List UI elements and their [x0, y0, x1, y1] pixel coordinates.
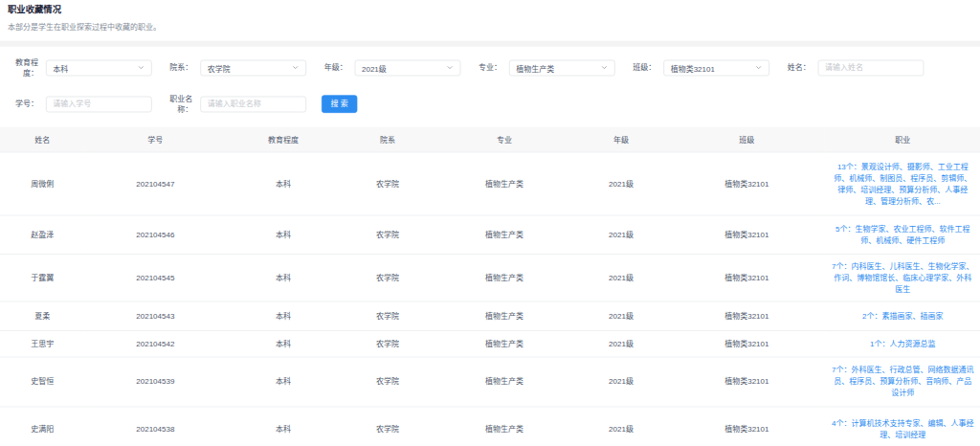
cell-name: 于霆翼: [0, 254, 85, 301]
cell-grade: 2021级: [574, 407, 668, 446]
column-header-5: 年级: [574, 127, 668, 152]
cell-department: 农学院: [341, 330, 434, 356]
cell-careers: 4个：计算机技术支持专家、编辑、人事经理、培训经理: [826, 407, 980, 446]
filter-label-student-id: 学号：: [11, 99, 46, 109]
class-select[interactable]: 植物类32101: [663, 59, 769, 76]
major-select[interactable]: 植物生产类: [509, 59, 615, 76]
cell-department: 农学院: [341, 357, 434, 407]
department-select-value: 农学院: [208, 62, 231, 73]
cell-education: 本科: [226, 357, 341, 407]
major-select-value: 植物生产类: [516, 62, 554, 73]
cell-name: 夏柔: [0, 301, 85, 331]
table-header: 姓名学号教育程度院系专业年级班级职业: [0, 127, 980, 152]
cell-careers: 2个：素描画家、插画家: [826, 301, 980, 331]
cell-major: 植物生产类: [434, 254, 574, 301]
search-button[interactable]: 搜 索: [322, 95, 357, 113]
chevron-down-icon: [755, 64, 762, 71]
cell-grade: 2021级: [574, 152, 668, 215]
cell-grade: 2021级: [574, 330, 668, 356]
cell-education: 本科: [226, 330, 341, 356]
cell-major: 植物生产类: [434, 330, 574, 356]
filter-item-class: 班级：植物类32101: [629, 59, 769, 76]
student-id-input[interactable]: [53, 97, 145, 111]
cell-student_id: 202104546: [85, 215, 226, 255]
careers-link[interactable]: 1个：人力资源总监: [870, 339, 935, 347]
cell-major: 植物生产类: [434, 301, 574, 331]
filter-label-career-name: 职业名称：: [166, 94, 200, 114]
section-divider: [0, 41, 980, 47]
cell-careers: 5个：生物学家、农业工程师、软件工程师、机械师、硬件工程师: [826, 215, 980, 255]
filter-item-department: 院系：农学院: [166, 59, 306, 76]
cell-name: 周微俐: [0, 152, 85, 215]
class-select-value: 植物类32101: [671, 62, 715, 73]
cell-department: 农学院: [341, 254, 434, 301]
page-title: 职业收藏情况: [8, 3, 969, 15]
cell-department: 农学院: [341, 152, 434, 215]
cell-name: 史满阳: [0, 407, 85, 446]
filter-item-name: 姓名：: [784, 59, 924, 76]
careers-link[interactable]: 7个：外科医生、行政总管、网络数据通讯员、程序员、预算分析师、音响师、产品设计师: [832, 366, 973, 397]
table-row: 于霆翼202104545本科农学院植物生产类2021级植物类321017个：内科…: [0, 254, 980, 301]
cell-education: 本科: [226, 254, 341, 301]
cell-careers: 1个：人力资源总监: [826, 330, 980, 356]
column-header-3: 院系: [341, 127, 434, 152]
cell-class: 植物类32101: [668, 330, 826, 356]
career-name-input[interactable]: [208, 97, 300, 111]
cell-department: 农学院: [341, 301, 434, 331]
cell-name: 王思宇: [0, 330, 85, 356]
cell-grade: 2021级: [574, 357, 668, 407]
cell-class: 植物类32101: [668, 152, 826, 215]
page: 职业收藏情况 本部分是学生在职业探索过程中收藏的职业。 教育程度：本科院系：农学…: [0, 0, 980, 446]
filter-item-student-id: 学号：: [11, 96, 152, 112]
cell-department: 农学院: [341, 215, 434, 255]
careers-link[interactable]: 2个：素描画家、插画家: [862, 311, 943, 320]
cell-education: 本科: [226, 152, 341, 215]
careers-link[interactable]: 4个：计算机技术支持专家、编辑、人事经理、培训经理: [832, 418, 973, 438]
table-row: 周微俐202104547本科农学院植物生产类2021级植物类3210113个：景…: [0, 152, 980, 215]
cell-name: 史智恒: [0, 357, 85, 407]
cell-class: 植物类32101: [668, 357, 826, 407]
cell-student_id: 202104545: [85, 254, 226, 301]
column-header-7: 职业: [826, 127, 980, 152]
cell-student_id: 202104538: [85, 407, 226, 446]
grade-select[interactable]: 2021级: [355, 59, 461, 76]
page-header: 职业收藏情况 本部分是学生在职业探索过程中收藏的职业。: [0, 0, 980, 33]
filter-label-name: 姓名：: [784, 62, 818, 73]
filter-item-education: 教育程度：本科: [11, 57, 152, 78]
cell-class: 植物类32101: [668, 301, 826, 331]
table-row: 王思宇202104542本科农学院植物生产类2021级植物类321011个：人力…: [0, 330, 980, 356]
student-id-input-box: [46, 96, 152, 112]
cell-education: 本科: [226, 301, 341, 331]
cell-student_id: 202104547: [85, 152, 226, 215]
chevron-down-icon: [138, 64, 145, 71]
department-select[interactable]: 农学院: [200, 59, 306, 76]
cell-careers: 7个：外科医生、行政总管、网络数据通讯员、程序员、预算分析师、音响师、产品设计师: [826, 357, 980, 407]
cell-student_id: 202104543: [85, 301, 226, 331]
table-row: 史满阳202104538本科农学院植物生产类2021级植物类321014个：计算…: [0, 407, 980, 446]
filter-label-department: 院系：: [166, 62, 200, 73]
cell-class: 植物类32101: [668, 407, 826, 446]
cell-class: 植物类32101: [668, 254, 826, 301]
cell-major: 植物生产类: [434, 215, 574, 255]
cell-education: 本科: [226, 215, 341, 255]
cell-careers: 13个：景观设计师、摄影师、工业工程师、机械师、制图员、程序员、剪辑师、律师、培…: [826, 152, 980, 215]
filter-row-1: 教育程度：本科院系：农学院年级：2021级专业：植物生产类班级：植物类32101…: [11, 57, 980, 78]
name-input[interactable]: [825, 60, 917, 75]
careers-link[interactable]: 5个：生物学家、农业工程师、软件工程师、机械师、硬件工程师: [835, 224, 969, 244]
column-header-4: 专业: [434, 127, 574, 152]
careers-link[interactable]: 13个：景观设计师、摄影师、工业工程师、机械师、制图员、程序员、剪辑师、律师、培…: [834, 162, 971, 205]
careers-link[interactable]: 7个：内科医生、儿科医生、生物化学家、作词、博物馆馆长、临床心理学家、外科医生: [832, 261, 973, 293]
cell-class: 植物类32101: [668, 215, 826, 255]
education-select[interactable]: 本科: [46, 59, 152, 76]
filter-label-class: 班级：: [629, 62, 663, 73]
cell-major: 植物生产类: [434, 152, 574, 215]
career-collection-table: 姓名学号教育程度院系专业年级班级职业 周微俐202104547本科农学院植物生产…: [0, 127, 980, 446]
cell-grade: 2021级: [574, 215, 668, 255]
column-header-6: 班级: [668, 127, 826, 152]
cell-student_id: 202104542: [85, 330, 226, 356]
cell-name: 赵盈泽: [0, 215, 85, 255]
cell-major: 植物生产类: [434, 407, 574, 446]
page-subtitle: 本部分是学生在职业探索过程中收藏的职业。: [8, 22, 969, 33]
cell-department: 农学院: [341, 407, 434, 446]
chevron-down-icon: [292, 64, 299, 71]
